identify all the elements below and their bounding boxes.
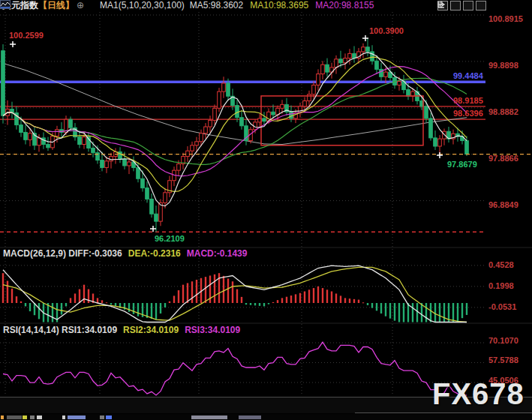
cutoff-glyph-fragment (68, 416, 86, 419)
scrollbar-fragment[interactable] (355, 412, 532, 413)
rsi-axis-label: 57.5788 (488, 356, 518, 364)
ma5-value: MA5:98.3602 (190, 0, 243, 10)
price-axis-label: 99.8898 (488, 61, 518, 70)
price-axis-label: 98.8882 (488, 107, 518, 116)
cutoff-glyph-fragment (37, 416, 42, 419)
macd-dea-value: DEA:-0.2316 (128, 248, 181, 259)
exit-pane-icon[interactable] (476, 1, 486, 10)
cutoff-bottom-row (0, 414, 532, 420)
macd-pane-header: MACD(26,12,9) DIFF:-0.3036DEA:-0.2316MAC… (3, 248, 247, 259)
macd-axis-label: 0.4528 (488, 260, 514, 269)
chart-toolbar (437, 1, 486, 11)
mini-chart-icon (87, 1, 98, 10)
cutoff-glyph-fragment (239, 416, 261, 419)
rsi-label-rsi1-value: RSI(14,14,14) RSI1:34.0109 (3, 325, 117, 335)
macd-axis-label: 0.1998 (488, 281, 514, 290)
macd-label-diff-value: MACD(26,12,9) DIFF:-0.3036 (3, 248, 122, 259)
cutoff-glyph-fragment (7, 416, 22, 419)
cutoff-glyph-fragment (100, 416, 104, 419)
candlestick-chart-canvas[interactable] (0, 0, 532, 420)
level-line-label: 98.9185 (453, 96, 483, 105)
cutoff-glyph-fragment (106, 416, 112, 419)
ma10-value: MA10:98.3695 (250, 0, 308, 10)
interval-label: 【日线】 (38, 0, 74, 10)
expand-icon[interactable]: ⊕ (77, 0, 84, 10)
cutoff-glyph-fragment (23, 416, 27, 419)
price-axis-label: 97.8866 (488, 154, 518, 163)
rsi-pane-header: RSI(14,14,14) RSI1:34.0109RSI2:34.0109RS… (3, 325, 240, 335)
level-line-label: 99.4484 (453, 71, 483, 80)
price-annotation: 96.2109 (155, 234, 185, 243)
rsi3-value: RSI3:34.0109 (185, 325, 240, 335)
compress-axis-icon[interactable] (450, 1, 461, 10)
rsi-axis-label: 70.1070 (488, 336, 518, 345)
cutoff-glyph-fragment (62, 416, 65, 419)
level-line-label: 98.6396 (453, 109, 483, 118)
fx678-watermark: FX678 (432, 377, 524, 411)
play-axis-icon[interactable] (463, 1, 473, 10)
ma-settings-label: MA1(5,10,20,30,100) (100, 0, 185, 10)
rsi2-value: RSI2:34.0109 (123, 325, 179, 335)
ma20-value: MA20:98.8155 (315, 0, 374, 10)
cutoff-glyph-fragment (191, 416, 227, 419)
macd-axis-label: -0.0531 (488, 302, 516, 311)
price-annotation: 97.8679 (447, 160, 477, 169)
price-annotation: 100.3900 (369, 26, 404, 35)
price-axis-label: 96.8849 (488, 200, 518, 209)
cutoff-glyph-fragment (30, 416, 35, 419)
price-axis-label: 100.8915 (488, 14, 523, 23)
chart-app-window: 100.891599.889898.888297.886696.88490.45… (0, 0, 532, 420)
price-annotation: 100.2599 (9, 31, 44, 40)
macd-hist-value: MACD:-0.1439 (187, 248, 248, 259)
cutoff-glyph-fragment (1, 416, 4, 419)
